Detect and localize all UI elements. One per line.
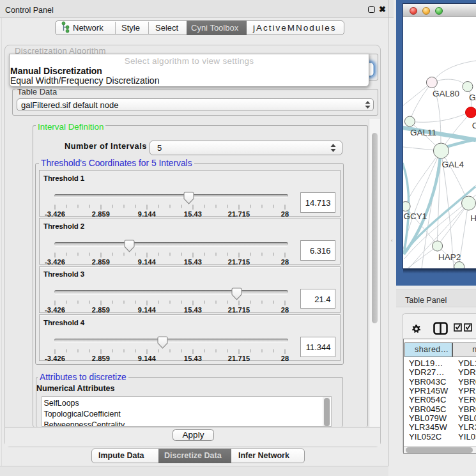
svg-text:GCY1: GCY1 (404, 211, 427, 221)
svg-text:HAP2: HAP2 (438, 252, 461, 262)
svg-text:GAL80: GAL80 (433, 89, 459, 98)
svg-text:GAL11: GAL11 (410, 128, 436, 137)
svg-text:GAL4: GAL4 (442, 160, 464, 169)
svg-text:GAL3: GAL3 (469, 93, 476, 102)
svg-text:CYC8: CYC8 (472, 121, 476, 130)
svg-text:HIS4: HIS4 (470, 213, 476, 223)
